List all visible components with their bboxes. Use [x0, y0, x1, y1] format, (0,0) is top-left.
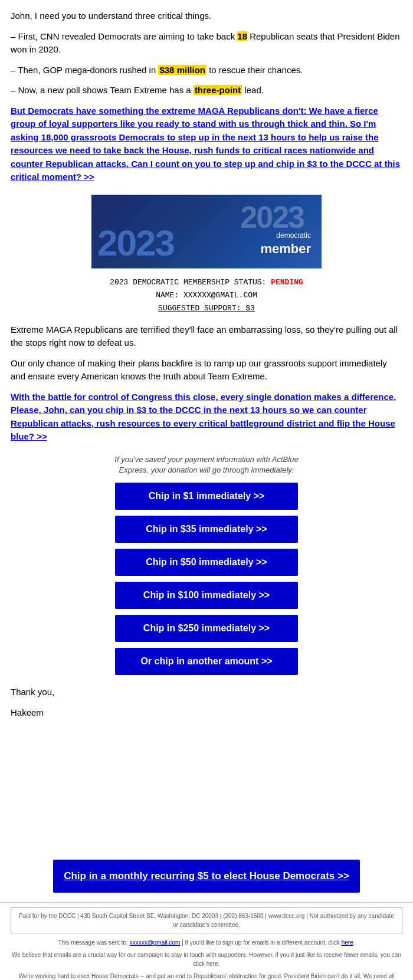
point1: – First, CNN revealed Democrats are aimi…: [11, 30, 402, 57]
democratic-label: democratic: [260, 231, 311, 241]
donate-button-100[interactable]: Chip in $100 immediately >>: [115, 582, 298, 609]
point2-highlight: $38 million: [158, 65, 206, 75]
point3-highlight: three-point: [194, 85, 242, 95]
member-label: member: [260, 241, 311, 258]
footer-sent-to: This message was sent to: xxxxxx@gmail.c…: [11, 938, 402, 947]
point1-highlight: 18: [237, 31, 247, 41]
footer-line3: We're working hard to elect House Democr…: [11, 972, 402, 980]
membership-status-line: 2023 DEMOCRATIC MEMBERSHIP STATUS: PENDI…: [11, 276, 402, 289]
name-label: NAME:: [156, 291, 179, 300]
membership-name-line: NAME: XXXXXX@GMAIL.COM: [11, 289, 402, 302]
greeting: John, I need you to understand three cri…: [11, 9, 402, 23]
disclaimer-line1: If you've saved your payment information…: [114, 455, 298, 464]
point2-end: to rescue their chances.: [206, 65, 303, 75]
status-value: PENDING: [271, 278, 303, 287]
sign-off-block: Thank you, Hakeem: [11, 686, 402, 719]
point1-text: – First, CNN revealed Democrats are aimi…: [11, 31, 237, 41]
sender-name: Hakeem: [11, 706, 402, 720]
donate-button-250[interactable]: Chip in $250 immediately >>: [115, 615, 298, 642]
cta-paragraph-1[interactable]: But Democrats have something the extreme…: [11, 104, 402, 184]
year-top: 2023: [240, 199, 304, 235]
donation-section: If you've saved your payment information…: [11, 454, 402, 675]
membership-status-block: 2023 DEMOCRATIC MEMBERSHIP STATUS: PENDI…: [11, 276, 402, 315]
footer-cta-section: Chip in a monthly recurring $5 to elect …: [0, 854, 413, 902]
cta-paragraph-2[interactable]: With the battle for control of Congress …: [11, 391, 402, 444]
name-email: XXXXXX@GMAIL.COM: [183, 291, 257, 300]
disclaimer-line2: Express, your donation will go through i…: [119, 466, 294, 474]
status-label: 2023 DEMOCRATIC MEMBERSHIP STATUS:: [110, 278, 266, 287]
sent-to-start: This message was sent to:: [58, 939, 129, 946]
year-bottom: 2023: [97, 222, 174, 264]
sent-to-here-link[interactable]: here: [342, 939, 353, 946]
actblue-disclaimer: If you've saved your payment information…: [11, 454, 402, 476]
dem-member-label: democratic member: [260, 231, 311, 257]
point3: – Now, a new poll shows Team Extreme has…: [11, 84, 402, 97]
cta-link-1[interactable]: But Democrats have something the extreme…: [11, 106, 400, 182]
footer-cta-button[interactable]: Chip in a monthly recurring $5 to elect …: [53, 860, 360, 893]
cta-link-2[interactable]: With the battle for control of Congress …: [11, 392, 396, 442]
point2-start: – Then, GOP mega-donors rushed in: [11, 65, 158, 75]
paid-for-notice: Paid for by the DCCC | 430 South Capitol…: [11, 907, 402, 933]
membership-image-section: 2023 2023 democratic member: [11, 195, 402, 270]
sent-to-period: .: [353, 939, 355, 946]
donate-button-35[interactable]: Chip in $35 immediately >>: [115, 516, 298, 543]
body-paragraph-1: Extreme MAGA Republicans are terrified t…: [11, 323, 402, 350]
point2: – Then, GOP mega-donors rushed in $38 mi…: [11, 64, 402, 77]
suggested-support: SUGGESTED SUPPORT: $3: [11, 302, 402, 315]
footer-line2: We believe that emails are a crucial way…: [11, 950, 402, 968]
point3-start: – Now, a new poll shows Team Extreme has…: [11, 85, 194, 95]
donate-button-50[interactable]: Chip in $50 immediately >>: [115, 549, 298, 576]
content-spacer: [11, 726, 402, 844]
point3-end: lead.: [242, 85, 264, 95]
thank-you-text: Thank you,: [11, 686, 402, 699]
donate-button-other[interactable]: Or chip in another amount >>: [115, 648, 298, 675]
sent-to-mid: | If you'd like to sign up for emails in…: [180, 939, 341, 946]
donate-button-1[interactable]: Chip in $1 immediately >>: [115, 483, 298, 510]
body-paragraph-2: Our only chance of making their plans ba…: [11, 357, 402, 384]
membership-card-image: 2023 2023 democratic member: [91, 195, 322, 268]
sent-to-email[interactable]: xxxxxx@gmail.com: [130, 939, 181, 946]
footer-legal-section: Paid for by the DCCC | 430 South Capitol…: [0, 902, 413, 980]
